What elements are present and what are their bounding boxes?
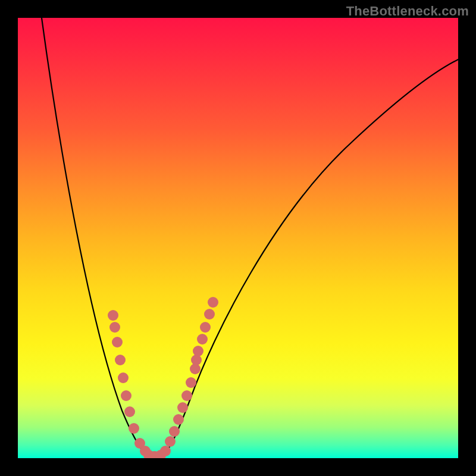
marker-dot bbox=[204, 309, 215, 320]
marker-dot bbox=[121, 390, 131, 401]
marker-dot bbox=[177, 402, 188, 413]
curve-layer bbox=[18, 18, 458, 458]
marker-dot bbox=[165, 436, 176, 447]
watermark-text: TheBottleneck.com bbox=[346, 4, 469, 19]
bottleneck-curve bbox=[42, 18, 458, 458]
marker-dot bbox=[191, 355, 202, 365]
marker-dot bbox=[118, 372, 129, 383]
marker-dot bbox=[197, 334, 208, 345]
marker-dot bbox=[169, 426, 180, 437]
marker-dot bbox=[186, 377, 196, 388]
marker-dot bbox=[112, 337, 123, 347]
plot-area bbox=[18, 18, 458, 458]
marker-group bbox=[108, 297, 218, 458]
marker-dot bbox=[173, 414, 184, 425]
marker-dot bbox=[181, 390, 192, 401]
marker-dot bbox=[124, 406, 135, 417]
marker-dot bbox=[108, 310, 118, 321]
marker-dot bbox=[109, 322, 120, 333]
chart-frame: TheBottleneck.com bbox=[0, 0, 476, 476]
marker-dot bbox=[200, 322, 211, 333]
marker-dot bbox=[193, 346, 203, 356]
marker-dot bbox=[208, 297, 218, 308]
marker-dot bbox=[160, 446, 171, 456]
marker-dot bbox=[129, 423, 139, 434]
marker-dot bbox=[115, 355, 126, 365]
